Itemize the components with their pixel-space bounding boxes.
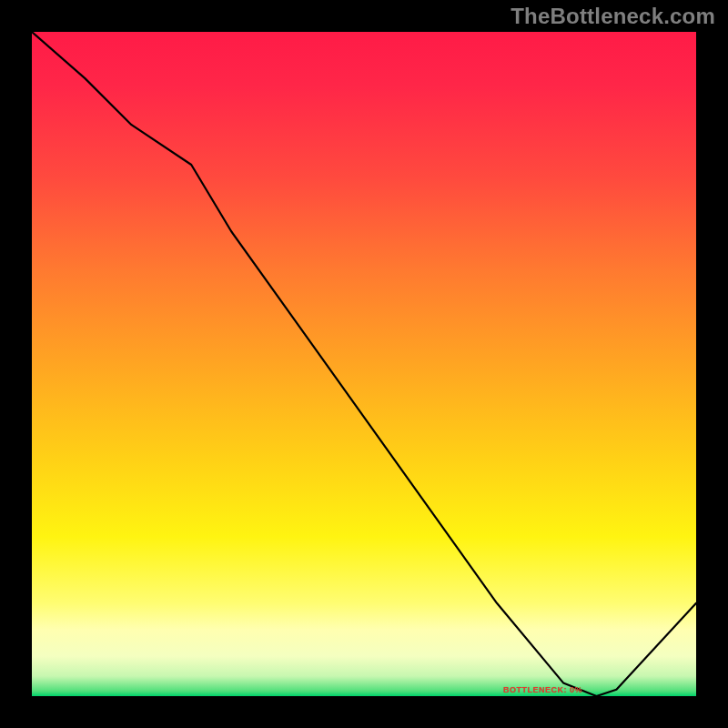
watermark-text: TheBottleneck.com — [511, 4, 715, 29]
bottleneck-curve-line — [32, 32, 696, 696]
chart-svg — [32, 32, 696, 696]
chart-stage: TheBottleneck.com BOTTLENECK: 0% — [0, 0, 728, 728]
plot-area: BOTTLENECK: 0% — [32, 32, 696, 696]
